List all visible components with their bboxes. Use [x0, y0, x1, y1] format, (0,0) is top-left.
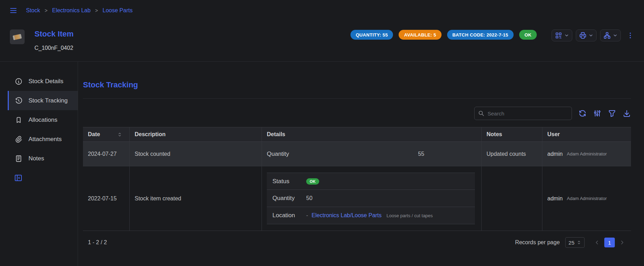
- part-name: C_100nF_0402: [34, 45, 73, 51]
- location-detail: Loose parts / cut tapes: [387, 213, 433, 218]
- filter-button[interactable]: [608, 109, 616, 118]
- quantity-detail-line: Quantity 55: [267, 151, 476, 158]
- column-label: Date: [88, 131, 100, 138]
- chevron-down-icon: [613, 33, 618, 38]
- pagination-controls: Records per page 25 1: [515, 237, 626, 248]
- notes-icon: [15, 155, 22, 162]
- notes-value: Updated counts: [487, 151, 526, 157]
- cell-date: 2024-07-27: [83, 142, 129, 166]
- sidebar-collapse-icon: [14, 174, 22, 182]
- sidebar-item-notes[interactable]: Notes: [8, 149, 78, 168]
- part-thumbnail[interactable]: [10, 29, 25, 44]
- breadcrumb-stock[interactable]: Stock: [26, 7, 40, 14]
- table-row[interactable]: 2024-07-27 Stock counted Quantity 55 Upd…: [83, 142, 631, 166]
- location-label: Location: [272, 212, 306, 219]
- sidebar-collapse-button[interactable]: [14, 174, 22, 182]
- date-value: 2022-07-15: [88, 195, 117, 202]
- menu-icon[interactable]: [9, 6, 18, 15]
- column-header-details[interactable]: Details: [262, 127, 481, 141]
- content: Stock Details Stock Tracking Allocations…: [0, 62, 644, 266]
- breadcrumb-separator: >: [45, 8, 47, 13]
- record-range-label: 1 - 2 / 2: [88, 239, 107, 246]
- breadcrumb-separator: >: [95, 8, 98, 13]
- table-row[interactable]: 2022-07-15 Stock item created Status OK …: [83, 166, 631, 231]
- date-value: 2024-07-27: [88, 151, 117, 157]
- stock-item-header: Stock Item C_100nF_0402 QUANTITY: 55 AVA…: [0, 21, 644, 62]
- records-per-page-label: Records per page: [515, 239, 560, 246]
- sidebar-item-allocations[interactable]: Allocations: [8, 110, 78, 129]
- history-icon: [15, 97, 22, 105]
- filter-icon: [608, 109, 616, 118]
- stock-actions-button[interactable]: [600, 29, 621, 41]
- records-per-page-select[interactable]: 25: [565, 237, 585, 248]
- adjustments-icon: [593, 109, 601, 118]
- header-actions: [552, 29, 634, 41]
- cell-details: Status OK Quantity 50 Location - Electro…: [262, 166, 481, 231]
- table-settings-button[interactable]: [593, 109, 601, 118]
- sidebar-item-label: Attachments: [28, 136, 62, 143]
- details-subtable: Status OK Quantity 50 Location - Electro…: [267, 173, 475, 224]
- quantity-value: 55: [418, 151, 424, 157]
- topbar: Stock > Electronics Lab > Loose Parts: [0, 0, 644, 21]
- username: admin: [547, 151, 563, 157]
- quantity-value: 50: [306, 195, 313, 201]
- column-header-description[interactable]: Description: [129, 127, 262, 141]
- barcode-actions-button[interactable]: [552, 29, 572, 41]
- page-title: Stock Item: [34, 29, 73, 39]
- column-header-notes[interactable]: Notes: [481, 127, 542, 141]
- column-header-user[interactable]: User: [542, 127, 631, 141]
- chevron-down-icon: [588, 33, 593, 38]
- status-ok-badge: OK: [519, 30, 537, 40]
- stock-tracking-table: Date Description Details Notes User: [83, 127, 631, 248]
- subrow-status: Status OK: [267, 173, 475, 190]
- status-ok-badge: OK: [306, 178, 319, 185]
- user-fullname: Adam Administrator: [567, 196, 607, 201]
- sitemap-icon: [603, 32, 611, 39]
- main-panel: Stock Tracking: [78, 62, 644, 266]
- info-icon: [15, 78, 22, 85]
- batch-code-badge: BATCH CODE: 2022-7-15: [447, 30, 514, 40]
- qrcode-icon: [555, 32, 562, 39]
- print-actions-button[interactable]: [576, 29, 597, 41]
- location-link[interactable]: Electronics Lab/Loose Parts: [311, 212, 381, 219]
- page-1-button[interactable]: 1: [604, 238, 615, 247]
- description-value: Stock item created: [135, 195, 181, 202]
- sidebar-item-stock-tracking[interactable]: Stock Tracking: [8, 91, 78, 110]
- breadcrumb-loose-parts[interactable]: Loose Parts: [103, 7, 133, 14]
- sidebar-item-label: Notes: [28, 155, 44, 162]
- cell-notes: Updated counts: [481, 142, 542, 166]
- sidebar-item-label: Allocations: [28, 117, 57, 124]
- user-fullname: Adam Administrator: [567, 151, 607, 157]
- cell-user: admin Adam Administrator: [542, 166, 631, 231]
- quantity-label: Quantity: [272, 195, 306, 202]
- overflow-menu-button[interactable]: [626, 32, 634, 39]
- column-label: User: [547, 131, 560, 138]
- sidebar-item-stock-details[interactable]: Stock Details: [8, 72, 78, 91]
- sort-icon: [117, 132, 122, 137]
- cell-date: 2022-07-15: [83, 166, 129, 231]
- column-label: Notes: [487, 131, 502, 138]
- sidebar-item-label: Stock Details: [28, 78, 63, 85]
- previous-page-button[interactable]: [593, 239, 601, 246]
- description-value: Stock counted: [135, 151, 170, 157]
- breadcrumb-electronics-lab[interactable]: Electronics Lab: [52, 7, 90, 14]
- table-header-row: Date Description Details Notes User: [83, 127, 631, 142]
- refresh-button[interactable]: [578, 109, 587, 118]
- sidebar: Stock Details Stock Tracking Allocations…: [0, 62, 78, 266]
- dots-vertical-icon: [626, 32, 634, 39]
- sidebar-item-attachments[interactable]: Attachments: [8, 129, 78, 149]
- panel-heading: Stock Tracking: [83, 80, 631, 89]
- cell-notes: [481, 166, 542, 231]
- chevron-left-icon: [594, 239, 600, 246]
- download-button[interactable]: [623, 109, 631, 118]
- per-page-value: 25: [568, 240, 574, 246]
- bookmark-icon: [15, 116, 22, 124]
- search-input[interactable]: [488, 111, 568, 117]
- title-block: Stock Item C_100nF_0402: [34, 29, 73, 51]
- location-prefix: -: [306, 212, 308, 219]
- sidebar-item-label: Stock Tracking: [28, 97, 68, 104]
- column-header-date[interactable]: Date: [83, 127, 129, 141]
- refresh-icon: [578, 109, 587, 118]
- next-page-button[interactable]: [618, 239, 626, 246]
- search-icon: [478, 110, 484, 117]
